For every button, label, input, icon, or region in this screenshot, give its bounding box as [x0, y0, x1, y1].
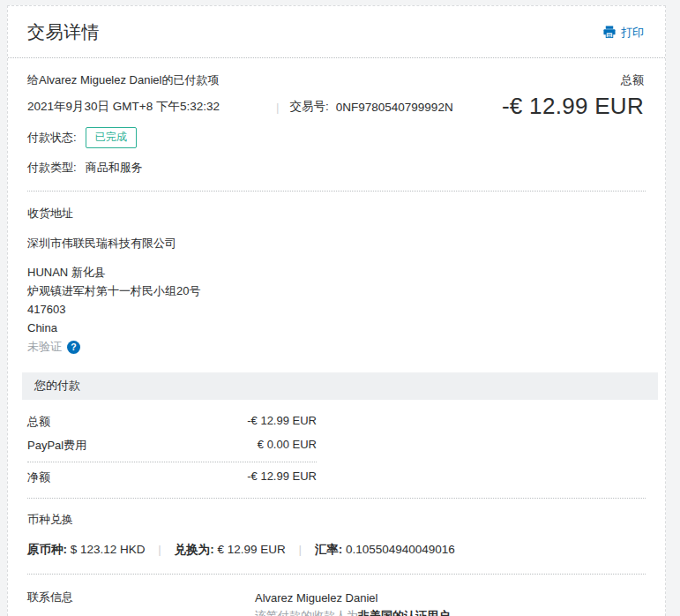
row-value: -€ 12.99 EUR [247, 414, 317, 430]
verify-status: 未验证 [27, 339, 62, 355]
your-payment-heading: 您的付款 [34, 379, 80, 392]
transaction-date: 2021年9月30日 GMT+8 下午5:32:32 [27, 99, 276, 115]
row-label: 净额 [27, 470, 50, 485]
vertical-separator: | [276, 101, 280, 114]
printer-icon [602, 26, 616, 39]
amount-row-total: 总额 -€ 12.99 EUR [27, 414, 317, 430]
amount-row-fee: PayPal费用 € 0.00 EUR [27, 438, 317, 454]
contact-info-section: 联系信息 Alvarez Miguelez Daniel 该笔付款的收款人为非美… [8, 575, 665, 616]
amount-row-net: 净额 -€ 12.99 EUR [27, 470, 317, 485]
transaction-details-card: 交易详情 打印 给Alvarez Miguelez Daniel的已付款项 20… [7, 5, 666, 616]
address-line: HUNAN 新化县 [27, 263, 646, 282]
recipient-note-prefix: 该笔付款的收款人为 [255, 609, 358, 616]
date-transaction-row: 2021年9月30日 GMT+8 下午5:32:32 | 交易号: 0NF978… [27, 99, 453, 115]
your-payment-heading-bar: 您的付款 [22, 372, 658, 400]
address-verify-row: 未验证 ? [27, 339, 646, 355]
payment-amounts: 总额 -€ 12.99 EUR PayPal费用 € 0.00 EUR 净额 -… [8, 400, 665, 498]
row-value: -€ 12.99 EUR [247, 470, 317, 485]
card-header: 交易详情 打印 [8, 6, 665, 57]
transaction-id-value: 0NF9780540799992N [336, 101, 453, 114]
fee-net-divider [27, 462, 317, 462]
row-value: € 0.00 EUR [258, 438, 317, 454]
address-line: 417603 [27, 300, 646, 319]
print-label: 打印 [621, 25, 644, 41]
payment-summary: 给Alvarez Miguelez Daniel的已付款项 2021年9月30日… [8, 58, 665, 191]
from-currency-value: $ 123.12 HKD [71, 543, 146, 556]
contact-info-label: 联系信息 [27, 590, 255, 616]
from-currency-label: 原币种: [27, 543, 67, 556]
conversion-heading: 币种兑换 [27, 512, 646, 528]
shipping-company: 深圳市伟联民瑞科技有限公司 [27, 236, 646, 252]
help-question-icon[interactable]: ? [67, 341, 80, 354]
exchange-rate-value: 0.105504940049016 [346, 543, 455, 556]
exchange-rate-label: 汇率: [315, 543, 343, 556]
status-badge: 已完成 [86, 127, 137, 148]
address-line: 炉观镇进军村第十一村民小组20号 [27, 282, 646, 300]
conversion-separator: | [158, 543, 161, 556]
row-label: 总额 [27, 414, 50, 430]
address-line: China [27, 319, 646, 337]
recipient-note: 该笔付款的收款人为非美国的认证用户 [255, 607, 646, 616]
row-label: PayPal费用 [27, 438, 86, 454]
total-amount: -€ 12.99 EUR [502, 93, 644, 120]
to-currency-value: € 12.99 EUR [217, 543, 285, 556]
summary-right: 总额 -€ 12.99 EUR [502, 72, 644, 187]
transaction-id-label: 交易号: [290, 99, 329, 115]
total-label: 总额 [502, 72, 644, 88]
payment-to-line: 给Alvarez Miguelez Daniel的已付款项 [27, 72, 453, 88]
page-title: 交易详情 [27, 20, 100, 44]
payment-type-row: 付款类型: 商品和服务 [27, 160, 453, 176]
payment-type-value: 商品和服务 [86, 160, 143, 176]
contact-info-value: Alvarez Miguelez Daniel 该笔付款的收款人为非美国的认证用… [255, 590, 646, 616]
recipient-note-bold: 非美国的认证用户 [358, 609, 450, 616]
conversion-line: 原币种: $ 123.12 HKD | 兑换为: € 12.99 EUR | 汇… [27, 542, 646, 558]
payment-type-label: 付款类型: [27, 160, 77, 176]
recipient-name: Alvarez Miguelez Daniel [255, 590, 646, 607]
conversion-separator: | [298, 543, 302, 556]
shipping-address-section: 收货地址 深圳市伟联民瑞科技有限公司 HUNAN 新化县 炉观镇进军村第十一村民… [8, 192, 665, 365]
payment-status-row: 付款状态: 已完成 [27, 127, 453, 148]
print-button[interactable]: 打印 [602, 25, 644, 41]
payment-status-label: 付款状态: [27, 130, 77, 146]
to-currency-label: 兑换为: [175, 543, 214, 556]
currency-conversion-section: 币种兑换 原币种: $ 123.12 HKD | 兑换为: € 12.99 EU… [8, 499, 665, 574]
shipping-heading: 收货地址 [27, 206, 646, 222]
summary-left: 给Alvarez Miguelez Daniel的已付款项 2021年9月30日… [27, 72, 453, 187]
